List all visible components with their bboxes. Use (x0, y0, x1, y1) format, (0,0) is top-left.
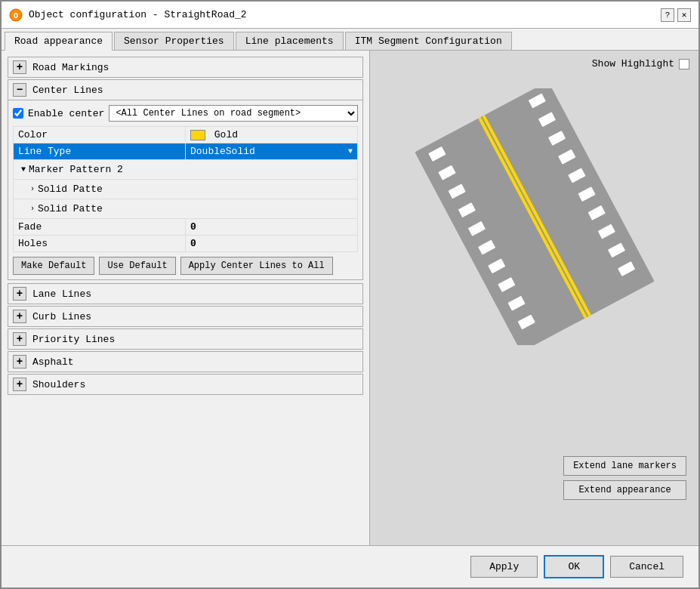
chevron-right-icon: › (30, 205, 35, 213)
extend-appearance-button[interactable]: Extend appearance (563, 480, 686, 500)
asphalt-section[interactable]: + Asphalt (8, 351, 363, 372)
right-panel: Show Highlight (370, 51, 698, 545)
shoulders-expand-btn[interactable]: + (13, 378, 26, 391)
cancel-button[interactable]: Cancel (610, 556, 683, 578)
actions-row: Make Default Use Default Apply Center Li… (13, 257, 358, 275)
lane-lines-label: Lane Lines (32, 288, 91, 300)
apply-center-lines-all-button[interactable]: Apply Center Lines to All (180, 257, 333, 275)
table-row[interactable]: Color Gold (14, 127, 358, 143)
curb-lines-expand-btn[interactable]: + (13, 310, 26, 323)
prop-value-fade[interactable]: 0 (186, 219, 358, 236)
priority-lines-expand-btn[interactable]: + (13, 332, 26, 346)
prop-value-color[interactable]: Gold (186, 127, 358, 143)
bottom-bar: Apply OK Cancel (2, 545, 698, 587)
show-highlight-checkbox[interactable] (679, 59, 689, 69)
solid-patt-1-label: Solid Patte (38, 183, 103, 195)
title-controls: ? ✕ (661, 8, 691, 22)
table-row[interactable]: Line Type DoubleSolid ▼ (14, 143, 358, 160)
main-content: + Road Markings − Center Lines Enable ce… (2, 51, 698, 545)
linetype-dropdown-cell: DoubleSolid ▼ (190, 146, 353, 157)
properties-table: Color Gold Line Type (13, 126, 358, 252)
tab-itm-segment[interactable]: ITM Segment Configuration (345, 32, 512, 50)
prop-value-linetype[interactable]: DoubleSolid ▼ (186, 143, 358, 160)
main-window: O Object configuration - StraightRoad_2 … (0, 0, 700, 589)
road-preview-svg (414, 88, 655, 345)
bottom-right-buttons: Extend lane markers Extend appearance (563, 456, 686, 500)
make-default-button[interactable]: Make Default (13, 257, 94, 275)
ok-button[interactable]: OK (544, 555, 604, 578)
table-row[interactable]: Holes 0 (14, 236, 358, 252)
table-row[interactable]: › Solid Patte (14, 180, 358, 199)
lane-lines-section[interactable]: + Lane Lines (8, 283, 363, 304)
prop-solid-patt-1: › Solid Patte (14, 180, 358, 199)
shoulders-section[interactable]: + Shoulders (8, 374, 363, 395)
prop-name-color: Color (14, 127, 186, 143)
center-lines-section: − Center Lines Enable center <All Center… (8, 79, 363, 280)
road-preview (414, 88, 655, 348)
table-row[interactable]: Fade 0 (14, 219, 358, 236)
chevron-right-icon: › (30, 185, 35, 193)
show-highlight-label: Show Highlight (592, 58, 674, 69)
center-lines-body: Enable center <All Center Lines on road … (8, 100, 362, 279)
priority-lines-section[interactable]: + Priority Lines (8, 328, 363, 350)
asphalt-expand-btn[interactable]: + (13, 355, 26, 369)
priority-lines-label: Priority Lines (32, 334, 115, 345)
tree-item-solid-1: › Solid Patte (18, 182, 353, 196)
tab-line-placements[interactable]: Line placements (236, 32, 344, 50)
apply-button[interactable]: Apply (470, 556, 538, 578)
color-value: Gold (214, 129, 238, 140)
tree-item-solid-2: › Solid Patte (18, 202, 353, 216)
center-lines-label: Center Lines (32, 85, 103, 96)
color-swatch (190, 130, 205, 140)
help-button[interactable]: ? (661, 8, 674, 22)
table-row[interactable]: ▼ Marker Pattern 2 (14, 160, 358, 180)
prop-solid-patt-2: › Solid Patte (14, 199, 358, 219)
linetype-value: DoubleSolid (190, 146, 255, 157)
use-default-button[interactable]: Use Default (99, 257, 175, 275)
enable-center-checkbox[interactable] (13, 108, 23, 119)
lane-lines-expand-btn[interactable]: + (13, 287, 26, 301)
svg-rect-2 (415, 88, 654, 345)
svg-text:O: O (14, 12, 18, 20)
center-lines-dropdown[interactable]: <All Center Lines on road segment> (109, 105, 358, 122)
prop-name-holes: Holes (14, 236, 186, 252)
tab-sensor-properties[interactable]: Sensor Properties (114, 32, 234, 50)
tree-item-marker-pattern: ▼ Marker Pattern 2 (18, 162, 353, 177)
tabs-row: Road appearance Sensor Properties Line p… (2, 29, 698, 51)
marker-pattern-label: Marker Pattern 2 (29, 164, 123, 175)
asphalt-label: Asphalt (32, 356, 74, 368)
enable-row: Enable center <All Center Lines on road … (13, 105, 358, 122)
prop-name-fade: Fade (14, 219, 186, 236)
prop-marker-pattern: ▼ Marker Pattern 2 (14, 160, 358, 180)
chevron-down-icon[interactable]: ▼ (348, 147, 353, 156)
curb-lines-section[interactable]: + Curb Lines (8, 306, 363, 327)
prop-value-holes[interactable]: 0 (186, 236, 358, 252)
center-lines-header: − Center Lines (8, 80, 362, 100)
solid-patt-2-label: Solid Patte (38, 203, 103, 214)
road-markings-section[interactable]: + Road Markings (8, 57, 363, 78)
tab-road-appearance[interactable]: Road appearance (5, 32, 113, 51)
road-markings-expand-btn[interactable]: + (13, 60, 26, 74)
window-title: Object configuration - StraightRoad_2 (29, 9, 247, 20)
chevron-down-icon: ▼ (21, 165, 26, 174)
prop-name-linetype: Line Type (14, 143, 186, 160)
close-button[interactable]: ✕ (677, 8, 691, 22)
app-icon: O (9, 8, 23, 22)
curb-lines-label: Curb Lines (32, 311, 91, 322)
enable-center-label: Enable center (28, 108, 104, 119)
title-bar-left: O Object configuration - StraightRoad_2 (9, 8, 247, 22)
show-highlight-row: Show Highlight (592, 58, 689, 69)
center-lines-collapse-btn[interactable]: − (13, 83, 26, 97)
road-markings-label: Road Markings (32, 62, 109, 73)
extend-lane-markers-button[interactable]: Extend lane markers (563, 456, 686, 476)
table-row[interactable]: › Solid Patte (14, 199, 358, 219)
title-bar: O Object configuration - StraightRoad_2 … (2, 2, 698, 29)
left-panel: + Road Markings − Center Lines Enable ce… (2, 51, 370, 545)
shoulders-label: Shoulders (32, 379, 85, 390)
